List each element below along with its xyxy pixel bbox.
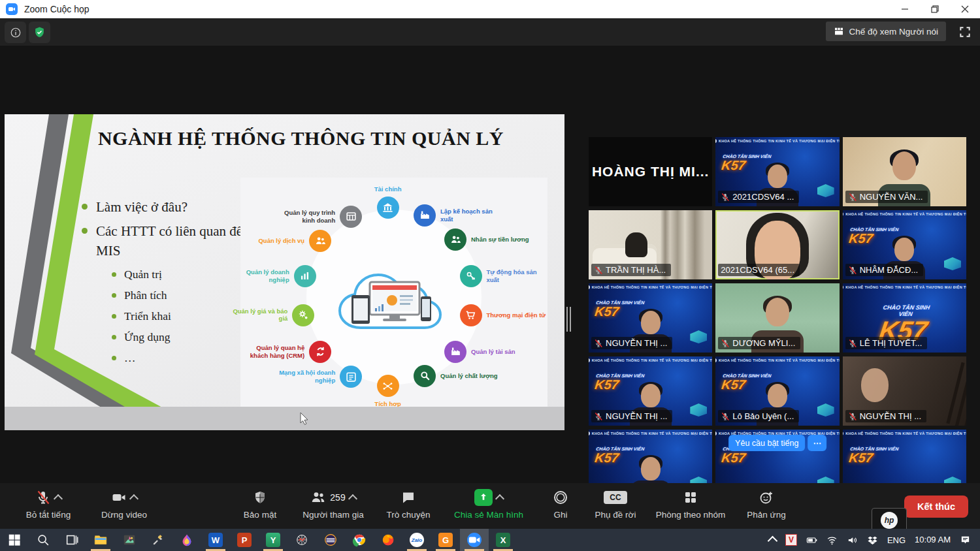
paint-3d-taskbar-icon[interactable] [172,529,201,551]
restore-button[interactable] [920,0,950,18]
faculty-logo-icon [589,432,590,435]
start-taskbar-icon[interactable] [0,529,29,551]
minimize-button[interactable] [890,0,920,18]
zoom-app-taskbar-icon[interactable] [460,529,489,551]
share-button[interactable]: Chia sẻ Màn hình [440,487,537,520]
encryption-shield-icon[interactable] [29,22,50,43]
diagram-node-label: Tài chính [358,185,418,193]
board-icon [340,206,362,228]
panel-resize-handle[interactable] [566,307,573,332]
toolbar-label: Phản ứng [747,510,785,520]
language-indicator[interactable]: ENG [887,535,906,545]
factory-icon [414,204,436,227]
task-view-taskbar-icon[interactable] [57,529,86,551]
k57-banner: KHOA HỆ THỐNG THÔNG TIN KINH TẾ VÀ THƯƠN… [589,356,712,364]
participant-name-card: HOÀNG THỊ MI... [589,137,712,206]
eclipse-taskbar-icon[interactable] [316,529,345,551]
mindmap-taskbar-icon[interactable]: Y [259,529,287,551]
participant-tile[interactable]: NGUYỄN THỊ ... [843,356,966,426]
end-meeting-button[interactable]: Kết thúc [904,496,968,518]
participant-name: NGUYỄN THỊ ... [606,338,667,348]
record-button[interactable]: Ghi [537,487,584,520]
participants-count: 259 [330,492,345,503]
show-hidden-icons-icon[interactable] [768,536,778,546]
chat-button[interactable]: Trò chuyện [376,487,440,520]
bullet-level1: Các HTTT có liên quan đến MIS [82,222,252,261]
participant-tile[interactable]: TRẦN THỊ HÀ... [589,210,712,279]
bullet-text: Quản trị [124,268,162,281]
participant-tile[interactable]: KHOA HỆ THỐNG THÔNG TIN KINH TẾ VÀ THƯƠN… [589,356,712,426]
k57-banner: KHOA HỆ THỐNG THÔNG TIN KINH TẾ VÀ THƯƠN… [589,430,712,437]
k57-banner: KHOA HỆ THỐNG THÔNG TIN KINH TẾ VÀ THƯƠN… [589,283,712,291]
file-explorer-taskbar-icon[interactable] [86,529,115,551]
web-tool-taskbar-icon[interactable] [287,529,316,551]
participants-button[interactable]: 259Người tham gia [290,487,376,520]
k57-banner: KHOA HỆ THỐNG THÔNG TIN KINH TẾ VÀ THƯƠN… [715,137,839,145]
participant-tile[interactable]: KHOA HỆ THỐNG THÔNG TIN KINH TẾ VÀ THƯƠN… [715,356,839,426]
firefox-taskbar-icon[interactable] [374,529,402,551]
participant-name: 2021CDSV64 ... [732,192,794,202]
excel-taskbar-icon[interactable]: X [489,529,517,551]
tile-hover-controls: Yêu cầu bật tiếng⋯ [728,435,826,451]
clock[interactable]: 10:09 AM [915,529,951,551]
mic-off-icon [35,490,51,505]
participant-tile[interactable]: KHOA HỆ THỐNG THÔNG TIN KINH TẾ VÀ THƯƠN… [715,137,839,206]
dev-tools-taskbar-icon[interactable] [144,529,172,551]
participant-tile[interactable]: HOÀNG THỊ MI... [589,137,712,206]
participant-tile[interactable]: KHOA HỆ THỐNG THÔNG TIN KINH TẾ VÀ THƯƠN… [843,283,966,353]
chrome-taskbar-icon[interactable] [345,529,374,551]
breakout-button[interactable]: Phòng theo nhóm [647,487,734,520]
bullet-level2: Ứng dụng [112,330,252,344]
battery-icon[interactable] [806,535,817,546]
muted-mic-icon [848,412,857,421]
participant-tile[interactable]: 2021CDSV64 (65... [715,210,839,279]
zalo-taskbar-icon[interactable]: Zalo [402,529,431,551]
fullscreen-icon[interactable] [956,24,973,40]
toolbar-label: Bỏ tắt tiếng [26,510,71,520]
notification-center-icon[interactable] [960,535,971,546]
powerpoint-taskbar-icon[interactable]: P [230,529,259,551]
diagram-node-label: Quản lý quy trình kinh doanh [275,209,335,225]
view-mode-button[interactable]: Chế độ xem Người nói [826,22,946,41]
toolbar-label: Bảo mật [244,510,276,520]
muted-mic-icon [721,193,730,202]
bullet-text: Triển khai [124,309,171,323]
g-app-taskbar-icon[interactable]: G [431,529,460,551]
reactions-button[interactable]: Phản ứng [734,487,798,520]
chevron-up-icon[interactable] [495,494,504,503]
participant-tile[interactable]: KHOA HỆ THỐNG THÔNG TIN KINH TẾ VÀ THƯƠN… [589,283,712,353]
wifi-icon[interactable] [826,535,838,546]
volume-icon[interactable] [847,535,858,546]
word-taskbar-icon[interactable]: W [201,529,230,551]
sync-icon [309,341,331,363]
chevron-up-icon[interactable] [348,494,357,503]
close-button[interactable] [950,0,980,18]
participant-tile[interactable]: KHOA HỆ THỐNG THÔNG TIN KINH TẾ VÀ THƯƠN… [843,210,966,279]
bullet-level1: Làm việc ở đâu? [82,198,252,217]
cc-button[interactable]: CCPhụ đề rời [584,487,647,520]
ask-to-unmute-button[interactable]: Yêu cầu bật tiếng [728,435,805,451]
search-taskbar-icon[interactable] [29,529,57,551]
dropbox-icon[interactable] [867,535,878,546]
chevron-up-icon[interactable] [54,494,63,503]
participant-tile[interactable]: DƯƠNG MỸLI... [715,283,839,353]
toolbar-label: Dừng video [101,510,147,520]
tile-more-button[interactable]: ⋯ [808,435,826,451]
shield-button[interactable]: Bảo mật [230,487,290,520]
chart-icon [294,265,316,287]
photos-taskbar-icon[interactable] [115,529,144,551]
diagram-node-label: Quản lý doanh nghiệp [229,268,289,284]
faculty-logo-icon [715,432,717,435]
camera-button[interactable]: Dừng video [86,487,162,520]
unikey-icon[interactable]: V [785,534,797,546]
participant-tile[interactable]: NGUYỄN VĂN... [843,137,966,206]
meeting-info-icon[interactable] [5,22,26,43]
meeting-toolbar: Bỏ tắt tiếngDừng video Bảo mật259Người t… [0,483,980,529]
stair-rail [946,362,964,424]
mic-off-button[interactable]: Bỏ tắt tiếng [10,487,86,520]
faculty-logo-icon [715,139,717,143]
k57-subtitle: CHÀO TÂN SINH VIÊN [874,304,938,317]
toolbar-label: Phòng theo nhóm [656,510,726,520]
chevron-up-icon[interactable] [129,494,139,503]
participant-name-bar: NGUYỄN THỊ ... [591,410,672,422]
